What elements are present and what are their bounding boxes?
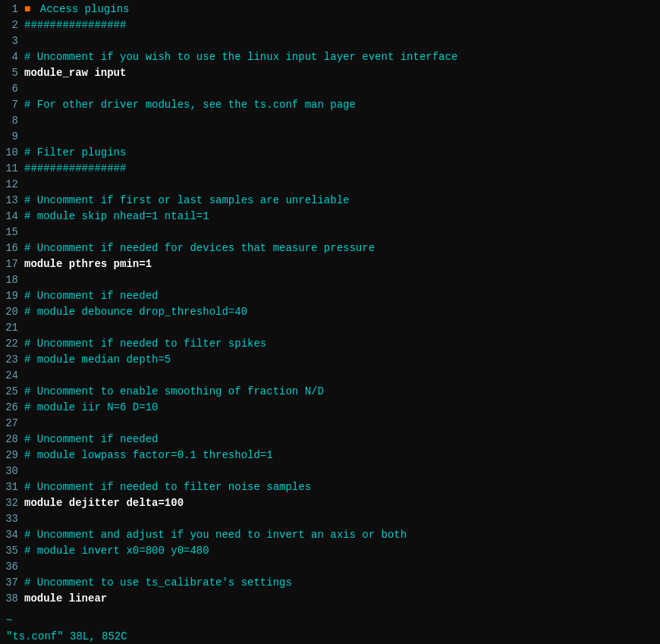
line-11: 11################ [0, 161, 660, 177]
line-content: # Uncomment if needed for devices that m… [24, 240, 375, 256]
line-number: 3 [0, 33, 24, 49]
line-content: # Uncomment if needed to filter noise sa… [24, 479, 311, 495]
line-number: 38 [0, 591, 24, 607]
line-4: 4# Uncomment if you wish to use the linu… [0, 49, 660, 65]
line-number: 21 [0, 320, 24, 336]
line-number: 1 [0, 2, 24, 17]
line-5: 5module_raw input [0, 65, 660, 81]
line-number: 16 [0, 240, 24, 256]
line-number: 29 [0, 448, 24, 463]
line-content: # Uncomment if first or last samples are… [24, 193, 349, 209]
line-number: 6 [0, 81, 24, 97]
line-content: module pthres pmin=1 [24, 256, 152, 272]
line-number: 22 [0, 336, 24, 352]
line-38: 38module linear [0, 591, 660, 607]
line-number: 13 [0, 193, 24, 209]
line-number: 28 [0, 432, 24, 448]
line-number: 33 [0, 511, 24, 527]
line-8: 8 [0, 113, 660, 129]
line-2: 2################ [0, 17, 660, 33]
line-number: 32 [0, 495, 24, 511]
line-number: 11 [0, 161, 24, 177]
line-number: 14 [0, 209, 24, 225]
line-content: # module lowpass factor=0.1 threshold=1 [24, 448, 273, 463]
line-number: 10 [0, 145, 24, 161]
line-content: # Uncomment if needed [24, 288, 158, 304]
line-35: 35# module invert x0=800 y0=480 [0, 543, 660, 559]
line-number: 19 [0, 288, 24, 304]
line-26: 26# module iir N=6 D=10 [0, 400, 660, 416]
line-28: 28# Uncomment if needed [0, 432, 660, 448]
line-content: # Uncomment and adjust if you need to in… [24, 527, 407, 543]
tilde-area: ~ [0, 613, 660, 629]
line-18: 18 [0, 272, 660, 288]
line-12: 12 [0, 177, 660, 193]
line-number: 20 [0, 304, 24, 320]
line-number: 26 [0, 400, 24, 416]
line-13: 13# Uncomment if first or last samples a… [0, 193, 660, 209]
line-number: 35 [0, 543, 24, 559]
line-content: ################ [24, 17, 126, 33]
line-content: # module debounce drop_threshold=40 [24, 304, 247, 320]
line-number: 4 [0, 49, 24, 65]
line-number: 30 [0, 463, 24, 479]
line-content: # For other driver modules, see the ts.c… [24, 97, 356, 113]
line-32: 32module dejitter delta=100 [0, 495, 660, 511]
line-number: 18 [0, 272, 24, 288]
line-number: 7 [0, 97, 24, 113]
line-3: 3 [0, 33, 660, 49]
line-content: module dejitter delta=100 [24, 495, 184, 511]
line-34: 34# Uncomment and adjust if you need to … [0, 527, 660, 543]
line-content: # Uncomment if needed [24, 432, 158, 448]
line-36: 36 [0, 559, 660, 575]
line-number: 36 [0, 559, 24, 575]
line-number: 34 [0, 527, 24, 543]
line-6: 6 [0, 81, 660, 97]
line-20: 20# module debounce drop_threshold=40 [0, 304, 660, 320]
line-content: # module invert x0=800 y0=480 [24, 543, 209, 559]
line-number: 17 [0, 256, 24, 272]
line-number: 15 [0, 225, 24, 240]
line-16: 16# Uncomment if needed for devices that… [0, 240, 660, 256]
line-22: 22# Uncomment if needed to filter spikes [0, 336, 660, 352]
code-area: 1■ Access plugins2################34# Un… [0, 0, 660, 613]
line-content: # Filter plugins [24, 145, 126, 161]
line-content: # module median depth=5 [24, 352, 171, 368]
line-number: 25 [0, 384, 24, 400]
line-number: 24 [0, 368, 24, 384]
line-23: 23# module median depth=5 [0, 352, 660, 368]
line-number: 9 [0, 129, 24, 145]
line-number: 31 [0, 479, 24, 495]
line-37: 37# Uncomment to use ts_calibrate's sett… [0, 575, 660, 591]
line-21: 21 [0, 320, 660, 336]
line-31: 31# Uncomment if needed to filter noise … [0, 479, 660, 495]
line-27: 27 [0, 416, 660, 432]
line-19: 19# Uncomment if needed [0, 288, 660, 304]
editor: 1■ Access plugins2################34# Un… [0, 0, 660, 644]
line-content: module linear [24, 591, 107, 607]
line-content: module_raw input [24, 65, 126, 81]
line-content: # Uncomment if needed to filter spikes [24, 336, 266, 352]
line-number: 23 [0, 352, 24, 368]
line-content: # Uncomment if you wish to use the linux… [24, 49, 457, 65]
line-content: # Uncomment to enable smoothing of fract… [24, 384, 324, 400]
line-14: 14# module skip nhead=1 ntail=1 [0, 209, 660, 225]
bullet-icon: ■ [24, 3, 37, 15]
line-content: # module skip nhead=1 ntail=1 [24, 209, 209, 225]
line-content: # Uncomment to use ts_calibrate's settin… [24, 575, 292, 591]
line-number: 12 [0, 177, 24, 193]
status-bar: "ts.conf" 38L, 852C [0, 629, 660, 644]
line-25: 25# Uncomment to enable smoothing of fra… [0, 384, 660, 400]
line-15: 15 [0, 225, 660, 240]
line-30: 30 [0, 463, 660, 479]
line-17: 17module pthres pmin=1 [0, 256, 660, 272]
line-content: ################ [24, 161, 126, 177]
line-1: 1■ Access plugins [0, 2, 660, 17]
line-number: 5 [0, 65, 24, 81]
line-24: 24 [0, 368, 660, 384]
line-content: # module iir N=6 D=10 [24, 400, 158, 416]
line-content: ■ Access plugins [24, 2, 129, 17]
line-9: 9 [0, 129, 660, 145]
line-33: 33 [0, 511, 660, 527]
line-10: 10# Filter plugins [0, 145, 660, 161]
